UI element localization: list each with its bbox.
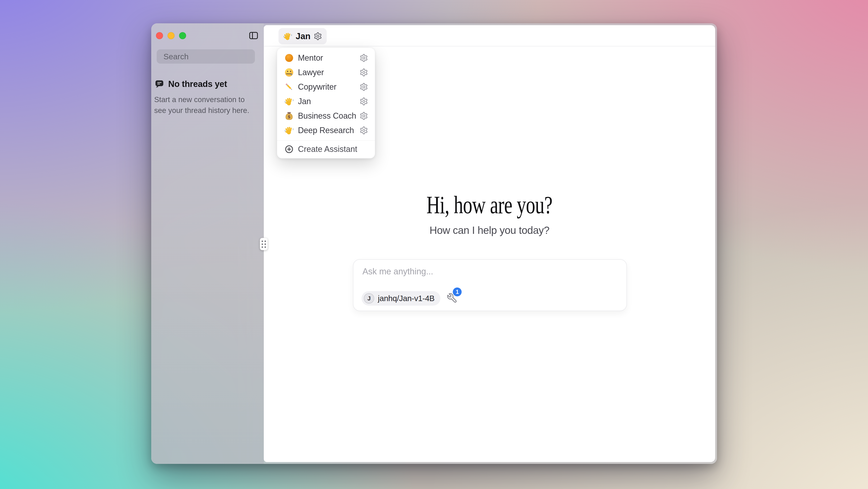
- model-avatar: J: [364, 293, 374, 304]
- gear-icon[interactable]: [360, 83, 368, 91]
- create-assistant-label: Create Assistant: [298, 145, 357, 154]
- model-name: janhq/Jan-v1-4B: [378, 294, 434, 303]
- waving-hand-emoji: [283, 31, 292, 41]
- assistant-menu-item-deep-research[interactable]: Deep Research: [277, 123, 375, 137]
- create-assistant-button[interactable]: Create Assistant: [277, 141, 375, 158]
- gear-icon[interactable]: [360, 97, 368, 106]
- zipper-mouth-face-emoji: [284, 67, 294, 78]
- chat-composer[interactable]: J janhq/Jan-v1-4B 1: [353, 259, 627, 311]
- pencil-emoji: [284, 82, 294, 92]
- assistant-menu: Mentor Lawyer Copywriter Jan: [277, 48, 375, 158]
- assistant-menu-item-label: Business Coach: [298, 111, 360, 121]
- assistant-menu-item-copywriter[interactable]: Copywriter: [277, 80, 375, 94]
- orange-circle-emoji: [284, 53, 294, 63]
- gear-icon[interactable]: [314, 32, 322, 40]
- assistant-menu-item-jan[interactable]: Jan: [277, 94, 375, 109]
- search-input[interactable]: [163, 52, 266, 61]
- plus-circle-outline-icon: [285, 145, 293, 154]
- gear-icon[interactable]: [360, 54, 368, 62]
- welcome-section: Hi, how are you? How can I help you toda…: [264, 192, 715, 236]
- composer-toolbar: J janhq/Jan-v1-4B 1: [362, 291, 458, 306]
- sidebar-resize-handle[interactable]: [260, 238, 268, 250]
- main-panel: Jan Mentor Lawyer: [264, 25, 715, 462]
- threads-empty-state: No threads yet Start a new conversation …: [154, 79, 256, 116]
- money-bag-emoji: [284, 111, 294, 121]
- assistant-menu-item-label: Copywriter: [298, 82, 360, 92]
- tools-button[interactable]: 1: [446, 293, 458, 304]
- close-button[interactable]: [156, 32, 163, 39]
- greeting-subtitle: How can I help you today?: [264, 224, 715, 236]
- waving-hand-emoji: [284, 96, 294, 106]
- desktop-background: No threads yet Start a new conversation …: [0, 0, 868, 489]
- traffic-lights: [156, 32, 186, 39]
- titlebar: Jan: [264, 25, 715, 47]
- model-selector-button[interactable]: J janhq/Jan-v1-4B: [362, 291, 440, 306]
- assistant-menu-item-label: Deep Research: [298, 126, 360, 135]
- gear-icon[interactable]: [360, 126, 368, 135]
- greeting-heading: Hi, how are you?: [264, 192, 715, 218]
- sidebar-panel-icon: [248, 30, 259, 41]
- app-window: No threads yet Start a new conversation …: [151, 23, 717, 464]
- waving-hand-emoji: [284, 125, 294, 135]
- sidebar-toggle-button[interactable]: [248, 30, 259, 41]
- tools-count-badge: 1: [453, 287, 462, 296]
- current-assistant-name: Jan: [296, 31, 310, 41]
- assistant-menu-item-lawyer[interactable]: Lawyer: [277, 65, 375, 80]
- assistant-menu-item-label: Lawyer: [298, 68, 360, 77]
- message-input[interactable]: [363, 267, 612, 277]
- assistant-selector-button[interactable]: Jan: [278, 28, 327, 44]
- assistant-menu-item-label: Mentor: [298, 53, 360, 63]
- assistant-menu-item-business-coach[interactable]: Business Coach: [277, 109, 375, 123]
- zoom-button[interactable]: [179, 32, 186, 39]
- empty-state-title: No threads yet: [168, 79, 227, 89]
- assistant-menu-item-mentor[interactable]: Mentor: [277, 51, 375, 65]
- gear-icon[interactable]: [360, 68, 368, 77]
- search-field[interactable]: [157, 49, 255, 64]
- assistant-menu-item-label: Jan: [298, 97, 360, 106]
- gear-icon[interactable]: [360, 112, 368, 120]
- empty-state-description: Start a new conversation to see your thr…: [154, 94, 252, 116]
- chat-bubble-icon: [154, 79, 164, 89]
- minimize-button[interactable]: [167, 32, 175, 39]
